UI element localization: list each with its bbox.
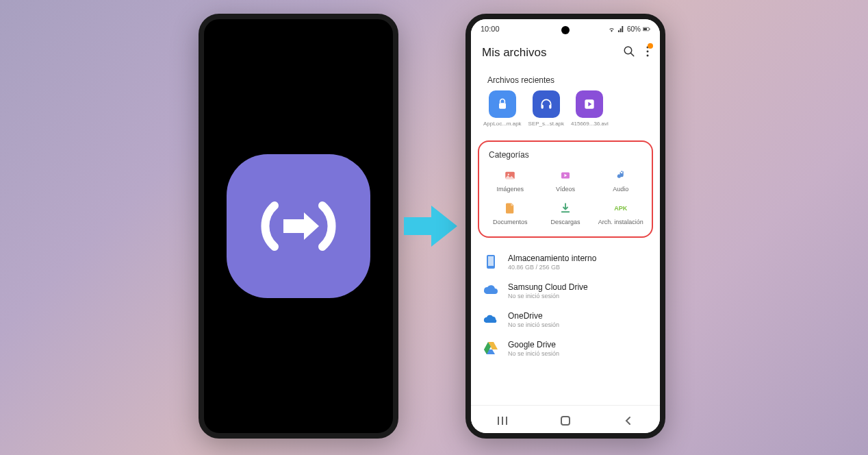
- google-drive-icon: [482, 339, 500, 357]
- storage-onedrive[interactable]: OneDrive No se inició sesión: [478, 305, 653, 334]
- category-videos[interactable]: Vídeos: [540, 169, 591, 193]
- svg-line-5: [630, 53, 634, 56]
- recent-file-name: 415669...36.avi: [571, 121, 609, 127]
- recent-file-item[interactable]: 415669...36.avi: [571, 90, 609, 127]
- svg-rect-2: [643, 28, 647, 30]
- downloads-icon: [559, 202, 572, 214]
- storage-name: Samsung Cloud Drive: [508, 282, 649, 292]
- category-label: Vídeos: [556, 186, 575, 193]
- notification-badge-icon: [648, 43, 653, 49]
- audio-icon: [615, 169, 627, 182]
- svg-rect-3: [650, 28, 650, 29]
- svg-rect-0: [283, 219, 305, 233]
- documents-icon: [504, 202, 516, 214]
- videos-icon: [559, 169, 572, 182]
- status-time: 10:00: [481, 25, 500, 33]
- phone-storage-icon: [482, 253, 500, 271]
- storage-sub: 40.86 GB / 256 GB: [508, 264, 649, 271]
- camera-hole-icon: [561, 26, 570, 34]
- recent-file-item[interactable]: AppLoc...m.apk: [483, 90, 522, 127]
- phone-quickshare: [199, 14, 398, 439]
- video-app-icon: [576, 90, 603, 118]
- category-apk[interactable]: APK Arch. instalación: [595, 202, 646, 225]
- wifi-icon: [608, 25, 615, 33]
- category-label: Descargas: [550, 219, 580, 225]
- category-label: Audio: [613, 186, 628, 193]
- storage-sub: No se inició sesión: [508, 321, 649, 328]
- storage-section: Almacenamiento interno 40.86 GB / 256 GB…: [478, 245, 653, 365]
- recent-files-section: Archivos recientes AppLoc...m.apk SEP_s.…: [478, 67, 653, 134]
- svg-rect-21: [561, 417, 570, 425]
- back-button[interactable]: [622, 414, 635, 428]
- battery-percent: 60%: [627, 25, 641, 33]
- svg-rect-10: [541, 105, 543, 109]
- category-label: Imágenes: [497, 186, 524, 193]
- camera-hole-icon: [294, 26, 303, 34]
- storage-name: Almacenamiento interno: [508, 254, 649, 263]
- headphones-app-icon: [533, 90, 560, 118]
- page-title: Mis archivos: [482, 46, 546, 60]
- categories-section: Categorías Imágenes Vídeos: [478, 140, 653, 238]
- storage-sub: No se inició sesión: [508, 293, 649, 299]
- images-icon: [504, 169, 516, 182]
- categories-title: Categorías: [485, 149, 646, 165]
- search-button[interactable]: [623, 45, 635, 60]
- category-documents[interactable]: Documentos: [485, 202, 536, 225]
- recent-title: Archivos recientes: [483, 74, 648, 90]
- svg-rect-9: [499, 103, 506, 108]
- recent-apps-button[interactable]: [496, 414, 509, 428]
- storage-google-drive[interactable]: Google Drive No se inició sesión: [478, 334, 653, 362]
- svg-rect-11: [549, 105, 551, 109]
- battery-icon: [643, 25, 650, 33]
- samsung-cloud-icon: [482, 282, 500, 299]
- recent-file-name: SEP_s...st.apk: [528, 121, 564, 127]
- category-downloads[interactable]: Descargas: [540, 202, 591, 225]
- storage-internal[interactable]: Almacenamiento interno 40.86 GB / 256 GB: [478, 247, 653, 276]
- signal-icon: [617, 25, 625, 33]
- storage-sub: No se inició sesión: [508, 350, 649, 357]
- recent-file-item[interactable]: SEP_s...st.apk: [528, 90, 564, 127]
- svg-point-8: [647, 55, 649, 57]
- phone-myfiles: 10:00 60% Mis archivos: [465, 14, 665, 439]
- storage-name: OneDrive: [508, 311, 649, 321]
- category-audio[interactable]: Audio: [595, 169, 646, 193]
- apk-icon: APK: [615, 202, 627, 214]
- lock-app-icon: [489, 90, 516, 118]
- app-header: Mis archivos: [471, 36, 660, 67]
- svg-point-7: [647, 51, 649, 53]
- arrow-right-icon: [404, 202, 459, 250]
- onedrive-icon: [482, 310, 500, 328]
- svg-rect-17: [488, 256, 494, 266]
- svg-point-14: [508, 173, 509, 175]
- category-images[interactable]: Imágenes: [485, 169, 536, 193]
- home-button[interactable]: [559, 414, 572, 428]
- android-nav-bar: [471, 405, 660, 433]
- menu-button[interactable]: [646, 46, 649, 60]
- storage-samsung-cloud[interactable]: Samsung Cloud Drive No se inició sesión: [478, 276, 653, 305]
- category-label: Documentos: [493, 219, 528, 225]
- recent-file-name: AppLoc...m.apk: [483, 121, 522, 127]
- category-label: Arch. instalación: [598, 219, 643, 225]
- storage-name: Google Drive: [508, 340, 649, 349]
- quickshare-logo-icon: [227, 154, 370, 298]
